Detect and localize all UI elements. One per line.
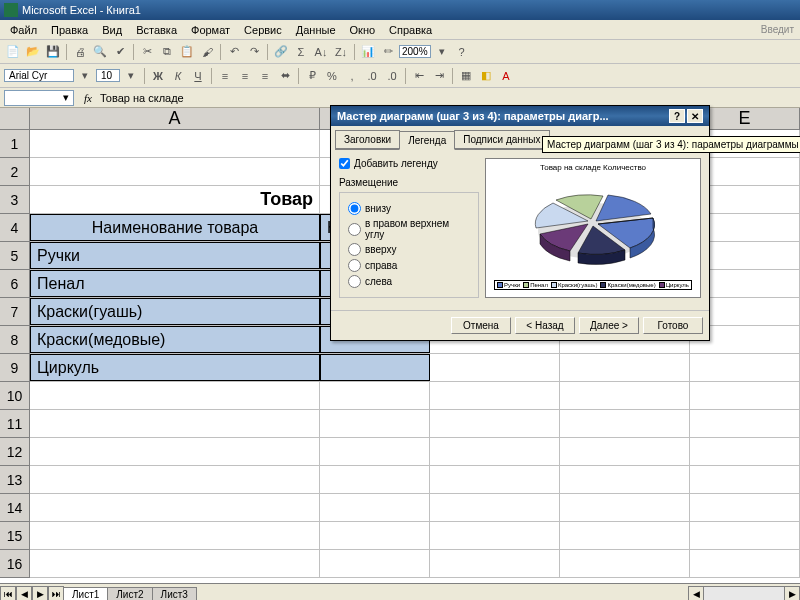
row-header[interactable]: 1	[0, 130, 30, 158]
cell[interactable]	[30, 382, 320, 409]
font-dropdown-icon[interactable]: ▾	[76, 67, 94, 85]
link-icon[interactable]: 🔗	[272, 43, 290, 61]
cell[interactable]	[320, 522, 430, 549]
sheet-tab[interactable]: Лист2	[107, 587, 152, 601]
sheet-tab[interactable]: Лист1	[63, 587, 108, 601]
menu-tools[interactable]: Сервис	[238, 22, 288, 38]
cell[interactable]	[690, 466, 800, 493]
cell[interactable]	[430, 410, 560, 437]
back-button[interactable]: < Назад	[515, 317, 575, 334]
new-icon[interactable]: 📄	[4, 43, 22, 61]
size-dropdown-icon[interactable]: ▾	[122, 67, 140, 85]
font-name-box[interactable]: Arial Cyr	[4, 69, 74, 82]
cell[interactable]	[690, 550, 800, 577]
copy-icon[interactable]: ⧉	[158, 43, 176, 61]
row-header[interactable]: 6	[0, 270, 30, 298]
radio-right[interactable]	[348, 259, 361, 272]
tab-datalabels[interactable]: Подписи данных	[454, 130, 549, 149]
menu-file[interactable]: Файл	[4, 22, 43, 38]
spell-icon[interactable]: ✔	[111, 43, 129, 61]
cell[interactable]	[690, 522, 800, 549]
cell[interactable]: Наименование товара	[30, 214, 320, 241]
redo-icon[interactable]: ↷	[245, 43, 263, 61]
row-header[interactable]: 5	[0, 242, 30, 270]
cut-icon[interactable]: ✂	[138, 43, 156, 61]
add-legend-checkbox[interactable]	[339, 158, 350, 169]
font-size-box[interactable]: 10	[96, 69, 120, 82]
cell[interactable]	[690, 354, 800, 381]
print-preview-icon[interactable]: 🔍	[91, 43, 109, 61]
row-header[interactable]: 9	[0, 354, 30, 382]
cell[interactable]	[690, 410, 800, 437]
save-icon[interactable]: 💾	[44, 43, 62, 61]
hscroll-left-icon[interactable]: ◀	[688, 586, 704, 601]
radio-top[interactable]	[348, 243, 361, 256]
cell[interactable]	[320, 410, 430, 437]
indent-right-icon[interactable]: ⇥	[430, 67, 448, 85]
underline-icon[interactable]: Ч	[189, 67, 207, 85]
tab-nav-last-icon[interactable]: ⏭	[48, 586, 64, 601]
cell[interactable]: Циркуль	[30, 354, 320, 381]
menu-window[interactable]: Окно	[344, 22, 382, 38]
cell[interactable]	[30, 522, 320, 549]
cell[interactable]	[320, 354, 430, 381]
formula-value[interactable]: Товар на складе	[96, 92, 796, 104]
print-icon[interactable]: 🖨	[71, 43, 89, 61]
radio-bottom[interactable]	[348, 202, 361, 215]
paste-icon[interactable]: 📋	[178, 43, 196, 61]
cell[interactable]	[30, 494, 320, 521]
align-right-icon[interactable]: ≡	[256, 67, 274, 85]
format-painter-icon[interactable]: 🖌	[198, 43, 216, 61]
tab-nav-first-icon[interactable]: ⏮	[0, 586, 16, 601]
hscroll-right-icon[interactable]: ▶	[784, 586, 800, 601]
row-header[interactable]: 15	[0, 522, 30, 550]
help-icon[interactable]: ?	[453, 43, 471, 61]
cell[interactable]	[560, 382, 690, 409]
cell[interactable]	[30, 410, 320, 437]
cell[interactable]	[320, 466, 430, 493]
fill-color-icon[interactable]: ◧	[477, 67, 495, 85]
menu-data[interactable]: Данные	[290, 22, 342, 38]
name-box[interactable]: ▾	[4, 90, 74, 106]
cell[interactable]	[430, 550, 560, 577]
tab-titles[interactable]: Заголовки	[335, 130, 400, 149]
cell[interactable]: Ручки	[30, 242, 320, 269]
row-header[interactable]: 8	[0, 326, 30, 354]
sort-asc-icon[interactable]: A↓	[312, 43, 330, 61]
menu-format[interactable]: Формат	[185, 22, 236, 38]
cell[interactable]	[430, 466, 560, 493]
finish-button[interactable]: Готово	[643, 317, 703, 334]
currency-icon[interactable]: ₽	[303, 67, 321, 85]
row-header[interactable]: 2	[0, 158, 30, 186]
cell[interactable]	[30, 466, 320, 493]
cell[interactable]: Краски(медовые)	[30, 326, 320, 353]
percent-icon[interactable]: %	[323, 67, 341, 85]
cell[interactable]	[560, 550, 690, 577]
row-header[interactable]: 3	[0, 186, 30, 214]
cell[interactable]	[320, 494, 430, 521]
fx-icon[interactable]: fx	[80, 92, 96, 104]
cell[interactable]	[320, 438, 430, 465]
cell[interactable]: Краски(гуашь)	[30, 298, 320, 325]
row-header[interactable]: 10	[0, 382, 30, 410]
borders-icon[interactable]: ▦	[457, 67, 475, 85]
dialog-help-icon[interactable]: ?	[669, 109, 685, 123]
tab-nav-prev-icon[interactable]: ◀	[16, 586, 32, 601]
zoom-dropdown-icon[interactable]: ▾	[433, 43, 451, 61]
cell[interactable]	[430, 522, 560, 549]
dialog-titlebar[interactable]: Мастер диаграмм (шаг 3 из 4): параметры …	[331, 106, 709, 126]
indent-left-icon[interactable]: ⇤	[410, 67, 428, 85]
sort-desc-icon[interactable]: Z↓	[332, 43, 350, 61]
col-header-a[interactable]: A	[30, 108, 320, 129]
cell[interactable]	[560, 438, 690, 465]
open-icon[interactable]: 📂	[24, 43, 42, 61]
align-left-icon[interactable]: ≡	[216, 67, 234, 85]
cell[interactable]	[560, 466, 690, 493]
cell[interactable]	[430, 354, 560, 381]
row-header[interactable]: 7	[0, 298, 30, 326]
comma-icon[interactable]: ,	[343, 67, 361, 85]
cancel-button[interactable]: Отмена	[451, 317, 511, 334]
radio-topright[interactable]	[348, 223, 361, 236]
sum-icon[interactable]: Σ	[292, 43, 310, 61]
cell[interactable]	[560, 410, 690, 437]
